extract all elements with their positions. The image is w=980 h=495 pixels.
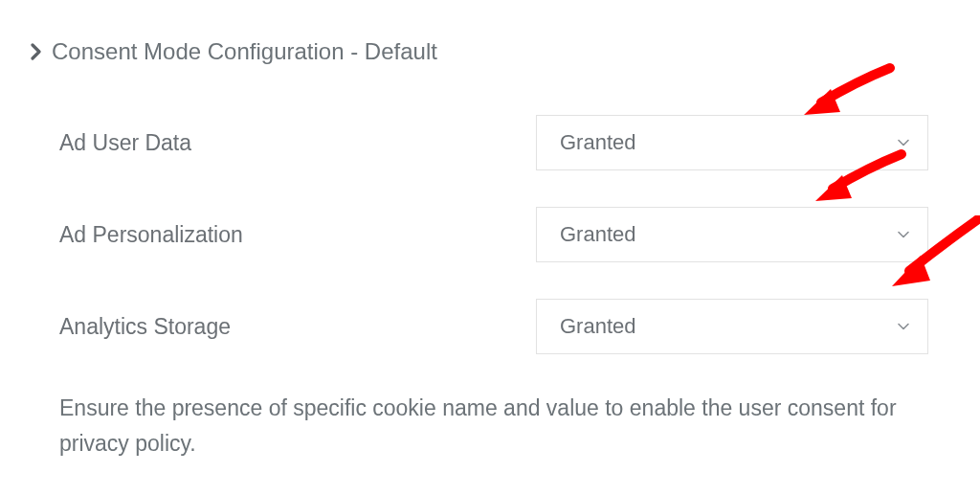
select-analytics-storage[interactable]: Granted <box>536 299 928 354</box>
label-ad-personalization: Ad Personalization <box>59 222 536 248</box>
annotation-arrow-icon <box>804 62 900 120</box>
chevron-down-icon <box>897 320 910 333</box>
form-row-ad-personalization: Ad Personalization Granted <box>59 207 928 262</box>
chevron-down-icon <box>897 228 910 241</box>
section-header[interactable]: Consent Mode Configuration - Default <box>31 38 980 65</box>
form-row-analytics-storage: Analytics Storage Granted <box>59 299 928 354</box>
chevron-right-icon <box>31 43 42 60</box>
svg-marker-0 <box>804 89 840 115</box>
select-ad-user-data[interactable]: Granted <box>536 115 928 170</box>
label-ad-user-data: Ad User Data <box>59 130 536 156</box>
select-value: Granted <box>560 222 636 247</box>
form-row-ad-user-data: Ad User Data Granted <box>59 115 928 170</box>
select-value: Granted <box>560 130 636 155</box>
chevron-down-icon <box>897 136 910 149</box>
description-text: Ensure the presence of specific cookie n… <box>31 391 980 461</box>
select-ad-personalization[interactable]: Granted <box>536 207 928 262</box>
label-analytics-storage: Analytics Storage <box>59 314 536 340</box>
section-title: Consent Mode Configuration - Default <box>52 38 437 65</box>
form-rows: Ad User Data Granted Ad Personalization … <box>31 115 980 354</box>
select-value: Granted <box>560 314 636 339</box>
